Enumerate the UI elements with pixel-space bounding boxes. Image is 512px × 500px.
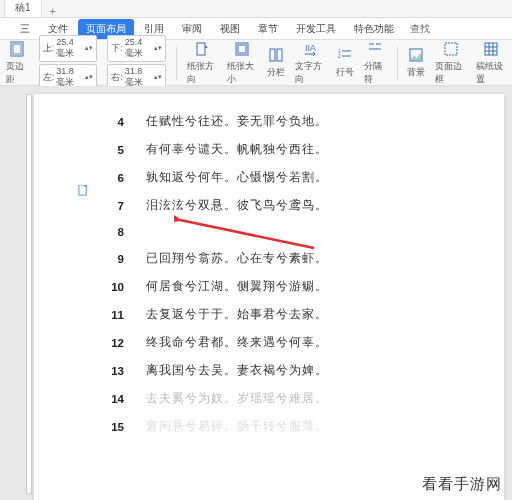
line-number: 9 — [104, 253, 124, 265]
line-number: 6 — [104, 172, 124, 184]
text-line[interactable]: 15窘闲悬兮易碎。肠千转兮服薄。 — [104, 419, 458, 434]
text-line[interactable]: 11去复返兮于于。始事君兮去家。 — [104, 307, 458, 322]
svg-rect-7 — [270, 49, 275, 61]
line-text: 孰知返兮何年。心慑惕兮若割。 — [146, 170, 328, 185]
menu-review[interactable]: 审阅 — [174, 19, 210, 39]
spinner-icon: ▴▾ — [154, 73, 162, 81]
line-text: 泪泫泫兮双悬。彼飞鸟兮鸢鸟。 — [146, 198, 328, 213]
svg-rect-19 — [485, 43, 497, 55]
background-button[interactable]: 背景 — [407, 46, 425, 79]
spinner-icon: ▴▾ — [85, 44, 93, 52]
search-box[interactable]: 查找 — [408, 22, 430, 36]
line-number: 4 — [104, 116, 124, 128]
line-text: 任赋性兮往还。妾无罪兮负地。 — [146, 114, 328, 129]
text-line[interactable]: 5有何辜兮谴天。帆帆独兮西往。 — [104, 142, 458, 157]
page-border-button[interactable]: 页面边框 — [435, 40, 465, 86]
paper-grid-button[interactable]: 稿纸设置 — [476, 40, 506, 86]
text-line[interactable]: 14去夫奚兮为奴。岁瑶瑶兮难居。 — [104, 391, 458, 406]
line-text: 终我命兮君都。终来遇兮何辜。 — [146, 335, 328, 350]
margin-top-bottom: 上:25.4 毫米▴▾ 左:31.8 毫米▴▾ — [39, 35, 98, 91]
line-text: 去夫奚兮为奴。岁瑶瑶兮难居。 — [146, 391, 328, 406]
svg-text:IIA: IIA — [305, 43, 316, 53]
text-line[interactable]: 9已回翔兮翕苏。心在专兮素虾。 — [104, 251, 458, 266]
text-direction-icon: IIA — [302, 40, 320, 58]
ribbon-separator — [397, 46, 398, 80]
spinner-icon: ▴▾ — [154, 44, 162, 52]
breaks-button[interactable]: 分隔符 — [364, 40, 387, 86]
search-label: 查找 — [410, 22, 430, 36]
line-text: 何居食兮江湖。侧翼翔兮游鳚。 — [146, 279, 328, 294]
svg-rect-3 — [13, 44, 21, 54]
text-line[interactable]: 4任赋性兮往还。妾无罪兮负地。 — [104, 114, 458, 129]
text-line[interactable]: 6孰知返兮何年。心慑惕兮若割。 — [104, 170, 458, 185]
menu-view[interactable]: 视图 — [212, 19, 248, 39]
line-text: 有何辜兮谴天。帆帆独兮西往。 — [146, 142, 328, 157]
paper-size-button[interactable]: 纸张大小 — [227, 40, 257, 86]
breaks-icon — [366, 40, 384, 58]
add-tab-button[interactable]: + — [44, 5, 62, 17]
line-numbers-icon: 12 — [336, 46, 354, 64]
orientation-button[interactable]: 纸张方向 — [187, 40, 217, 86]
ribbon-separator — [176, 46, 177, 80]
text-line[interactable]: 8 — [104, 226, 458, 238]
watermark: 看看手游网 — [422, 475, 502, 494]
grid-icon — [482, 40, 500, 58]
columns-button[interactable]: 分栏 — [267, 46, 285, 79]
svg-rect-18 — [445, 43, 457, 55]
margin-top-icon: 上: — [43, 42, 55, 55]
document-page[interactable]: 4任赋性兮往还。妾无罪兮负地。 5有何辜兮谴天。帆帆独兮西往。 6孰知返兮何年。… — [34, 94, 504, 500]
margin-bottom-input[interactable]: 下:25.4 毫米▴▾ — [107, 35, 166, 62]
page-border-icon — [442, 40, 460, 58]
line-number: 8 — [104, 226, 124, 238]
orientation-icon — [193, 40, 211, 58]
text-line[interactable]: 13离我国兮去吴。妻衣褐兮为婢。 — [104, 363, 458, 378]
line-number: 7 — [104, 200, 124, 212]
text-line[interactable]: 10何居食兮江湖。侧翼翔兮游鳚。 — [104, 279, 458, 294]
svg-text:2: 2 — [338, 53, 341, 59]
menu-chapter[interactable]: 章节 — [250, 19, 286, 39]
margin-right-group: 下:25.4 毫米▴▾ 右:31.8 毫米▴▾ — [107, 35, 166, 91]
text-line[interactable]: 7泪泫泫兮双悬。彼飞鸟兮鸢鸟。 — [104, 198, 458, 213]
svg-rect-4 — [197, 43, 205, 55]
line-number: 11 — [104, 309, 124, 321]
menu-devtools[interactable]: 开发工具 — [288, 19, 344, 39]
line-text: 窘闲悬兮易碎。肠千转兮服薄。 — [146, 419, 328, 434]
paper-size-icon — [233, 40, 251, 58]
margin-top-input[interactable]: 上:25.4 毫米▴▾ — [39, 35, 98, 62]
vertical-ruler[interactable] — [26, 94, 32, 494]
spinner-icon: ▴▾ — [85, 73, 93, 81]
margin-bottom-icon: 下: — [111, 42, 123, 55]
line-number: 12 — [104, 337, 124, 349]
columns-icon — [267, 46, 285, 64]
line-numbers-button[interactable]: 12 行号 — [336, 46, 354, 79]
line-text: 离我国兮去吴。妻衣褐兮为婢。 — [146, 363, 328, 378]
line-number: 5 — [104, 144, 124, 156]
margin-right-icon: 右: — [111, 71, 123, 84]
page-area: 4任赋性兮往还。妾无罪兮负地。 5有何辜兮谴天。帆帆独兮西往。 6孰知返兮何年。… — [0, 86, 512, 500]
line-text: 去复返兮于于。始事君兮去家。 — [146, 307, 328, 322]
ribbon: 页边距 上:25.4 毫米▴▾ 左:31.8 毫米▴▾ 下:25.4 毫米▴▾ … — [0, 40, 512, 86]
text-direction-button[interactable]: IIA 文字方向 — [295, 40, 325, 86]
margins-icon — [8, 40, 26, 58]
bookmark-icon — [78, 182, 89, 193]
background-icon — [407, 46, 425, 64]
svg-rect-8 — [277, 49, 282, 61]
line-number: 15 — [104, 421, 124, 433]
margins-button[interactable]: 页边距 — [6, 40, 29, 86]
document-tabs: 稿1 + — [0, 0, 512, 18]
line-number: 10 — [104, 281, 124, 293]
line-number: 13 — [104, 365, 124, 377]
margin-left-icon: 左: — [43, 71, 55, 84]
text-line[interactable]: 12终我命兮君都。终来遇兮何辜。 — [104, 335, 458, 350]
line-number: 14 — [104, 393, 124, 405]
menu-hamburger[interactable]: 三 — [12, 19, 38, 39]
svg-rect-6 — [238, 45, 246, 53]
line-text: 已回翔兮翕苏。心在专兮素虾。 — [146, 251, 328, 266]
menu-special[interactable]: 特色功能 — [346, 19, 402, 39]
doc-tab[interactable]: 稿1 — [4, 0, 42, 17]
